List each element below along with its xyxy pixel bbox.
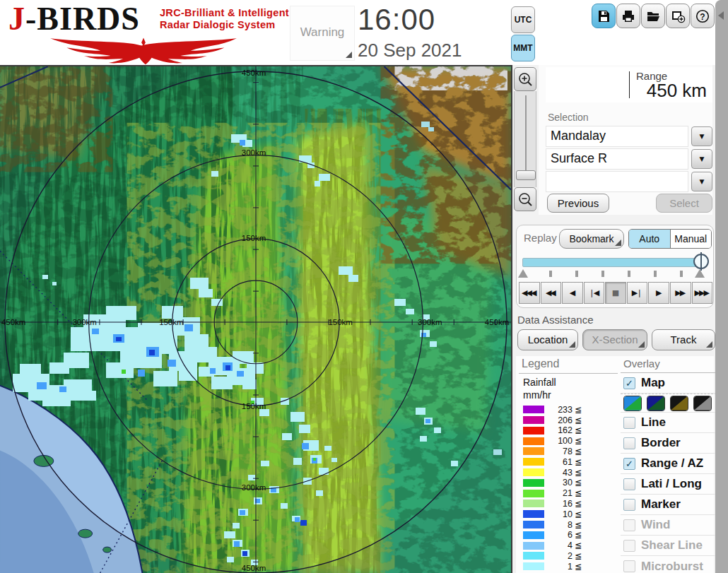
legend-row: 6≦ bbox=[519, 530, 618, 540]
bookmark-button[interactable]: Bookmark bbox=[559, 229, 624, 249]
legend-value: 8 bbox=[544, 520, 573, 530]
save-button[interactable] bbox=[592, 4, 616, 28]
line-checkbox[interactable] bbox=[623, 417, 635, 429]
help-glyph: ? bbox=[700, 11, 705, 21]
step-back-button[interactable]: ❘◀ bbox=[584, 282, 605, 304]
overlay-item-label: Line bbox=[641, 415, 666, 430]
map-zoom-slider[interactable] bbox=[514, 91, 536, 187]
selection-row-site: Mandalay ▼ bbox=[546, 126, 712, 147]
panel-collapse-handle[interactable] bbox=[718, 11, 724, 20]
border-checkbox[interactable] bbox=[623, 437, 635, 449]
open-folder-icon bbox=[645, 8, 661, 24]
clock-time: 16:00 bbox=[358, 3, 435, 37]
site-dropdown[interactable]: Mandalay bbox=[546, 126, 688, 147]
extra-dropdown[interactable] bbox=[546, 171, 688, 192]
legend-row: 43≦ bbox=[519, 467, 618, 478]
timezone-toggle: UTC MMT bbox=[511, 6, 535, 61]
wind-checkbox bbox=[623, 519, 635, 531]
ring-label: 450km bbox=[1, 318, 25, 326]
radar-map[interactable]: 450km 300km 150km 150km 300km 450km 450k… bbox=[0, 65, 512, 573]
legend-subtitle-line1: Rainfall bbox=[523, 376, 618, 389]
legend-color-swatch bbox=[523, 500, 544, 507]
replay-timeline-thumb[interactable] bbox=[693, 254, 709, 269]
ring-label: 150km bbox=[242, 234, 266, 242]
overlay-item-label: Lati / Long bbox=[641, 477, 702, 491]
add-image-button[interactable] bbox=[666, 4, 690, 28]
jbirds-logo: J-BIRDS JRC-Brilliant & Intelligent Rada… bbox=[6, 1, 283, 64]
select-button[interactable]: Select bbox=[656, 194, 712, 213]
timeline-tick bbox=[601, 271, 604, 277]
stop-button[interactable]: ■ bbox=[605, 282, 626, 304]
x-section-button[interactable]: X-Section bbox=[582, 329, 647, 350]
overlay-item-label: Marker bbox=[641, 497, 681, 512]
legend-value: 16 bbox=[544, 499, 573, 509]
legend-value: 2 bbox=[544, 551, 573, 561]
legend-row: 206≦ bbox=[519, 415, 618, 425]
help-icon: ? bbox=[695, 8, 710, 24]
legend-color-swatch bbox=[523, 531, 544, 539]
mmt-button[interactable]: MMT bbox=[511, 35, 535, 61]
step-forward-button[interactable]: ▶❘ bbox=[627, 282, 648, 304]
lati-long-checkbox[interactable] bbox=[623, 478, 635, 490]
map-zoom-slider-thumb[interactable] bbox=[516, 170, 536, 180]
chevron-down-icon[interactable]: ▼ bbox=[691, 126, 712, 146]
chevron-down-icon[interactable]: ▼ bbox=[691, 149, 712, 169]
zoom-in-button[interactable] bbox=[514, 67, 536, 91]
warning-button[interactable]: Warning bbox=[290, 6, 355, 61]
product-dropdown[interactable]: Surface R bbox=[546, 148, 688, 170]
ring-label: 450km bbox=[242, 69, 266, 77]
legend-row: 4≦ bbox=[519, 540, 618, 551]
jump-start-button[interactable]: ◀◀◀ bbox=[519, 282, 540, 304]
range-az-checkbox[interactable]: ✓ bbox=[623, 458, 635, 470]
zoom-out-button[interactable] bbox=[514, 187, 536, 211]
timeline-tick bbox=[549, 271, 552, 277]
auto-button[interactable]: Auto bbox=[629, 230, 670, 248]
control-panel: Myanmar DMH Range 450 km Selection Manda… bbox=[513, 65, 715, 573]
track-button[interactable]: Track bbox=[652, 329, 715, 350]
help-button[interactable]: ? bbox=[691, 4, 715, 28]
open-folder-button[interactable] bbox=[641, 4, 665, 28]
legend-color-swatch bbox=[523, 552, 544, 560]
print-button[interactable] bbox=[616, 4, 640, 28]
location-button[interactable]: Location bbox=[517, 329, 578, 350]
jump-end-button[interactable]: ▶▶▶ bbox=[692, 282, 713, 304]
overlay-row-marker: Marker bbox=[621, 495, 717, 515]
range-box: Range 450 km bbox=[546, 67, 712, 102]
overlay-title: Overlay bbox=[621, 356, 717, 373]
map-checkbox[interactable]: ✓ bbox=[623, 377, 635, 389]
forward-fast-button[interactable]: ▶▶ bbox=[670, 282, 691, 304]
legend-row: 2≦ bbox=[519, 551, 618, 562]
timeline-start-marker bbox=[518, 269, 528, 278]
play-button[interactable]: ▶ bbox=[648, 282, 669, 304]
timeline-end-marker bbox=[695, 269, 705, 278]
map-style-swatch-4[interactable] bbox=[693, 396, 712, 411]
utc-button[interactable]: UTC bbox=[511, 6, 535, 33]
legend-color-swatch bbox=[523, 542, 544, 550]
header: J-BIRDS JRC-Brilliant & Intelligent Rada… bbox=[0, 0, 728, 65]
marker-checkbox[interactable] bbox=[623, 499, 635, 511]
replay-timeline-track[interactable] bbox=[522, 258, 708, 267]
legend-color-swatch bbox=[523, 562, 544, 570]
legend-row: 21≦ bbox=[519, 488, 618, 499]
map-style-swatch-1[interactable] bbox=[623, 396, 642, 411]
manual-button[interactable]: Manual bbox=[670, 230, 712, 248]
legend-lte-symbol: ≦ bbox=[575, 457, 582, 467]
ring-label: 150km bbox=[328, 318, 352, 326]
overlay-row-line: Line bbox=[621, 413, 717, 433]
replay-section: Replay Bookmark Auto Manual ◀◀◀ ◀◀ bbox=[516, 225, 714, 308]
map-style-swatch-2[interactable] bbox=[647, 396, 665, 411]
previous-button[interactable]: Previous bbox=[547, 194, 609, 213]
rewind-button[interactable]: ◀ bbox=[562, 282, 583, 304]
legend-lte-symbol: ≦ bbox=[575, 530, 582, 540]
overlay-item-label: Range / AZ bbox=[641, 456, 703, 471]
legend-lte-symbol: ≦ bbox=[575, 499, 582, 509]
rewind-fast-button[interactable]: ◀◀ bbox=[541, 282, 562, 304]
timeline-tick bbox=[628, 271, 630, 277]
ring-label: 150km bbox=[242, 402, 266, 410]
selection-row-extra: ▼ bbox=[546, 171, 712, 192]
legend-lte-symbol: ≦ bbox=[575, 562, 582, 572]
legend-lte-symbol: ≦ bbox=[575, 520, 582, 530]
legend-row: 100≦ bbox=[519, 436, 618, 447]
chevron-down-icon[interactable]: ▼ bbox=[691, 172, 712, 191]
map-style-swatch-3[interactable] bbox=[670, 396, 688, 411]
